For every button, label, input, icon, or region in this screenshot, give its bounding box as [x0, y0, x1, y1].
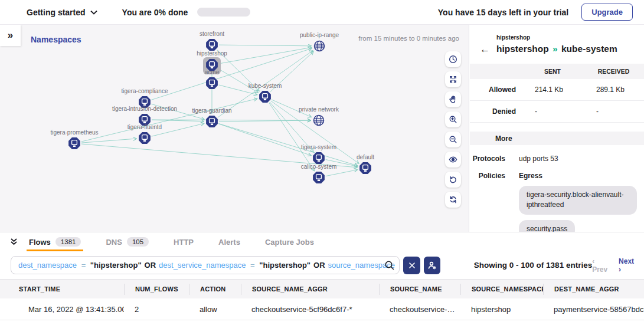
user-settings-button[interactable]	[424, 257, 440, 274]
edge-detail-panel: hipstershop ← hipstershop » kube-system …	[470, 25, 644, 232]
cell-source_name_aggr: checkoutservice-5cf96dc6f7-*	[241, 305, 379, 314]
cell-start_time: Mar 16, 2022 @ 13:41:35.000	[0, 305, 124, 314]
tab-count-badge: 1381	[55, 237, 81, 247]
column-header-action[interactable]: ACTION	[189, 284, 241, 295]
query-token-bool: OR	[310, 261, 328, 270]
svg-text:tigera-fluentd: tigera-fluentd	[128, 124, 162, 130]
svg-text:public-ip-range: public-ip-range	[300, 32, 339, 38]
graph-node-tigera-compliance[interactable]: tigera-compliance	[122, 88, 168, 108]
denied-row: Denied - -	[470, 101, 644, 123]
trial-days-text: You have 15 days left in your trial	[438, 8, 568, 17]
panel-title: hipstershop » kube-system	[496, 44, 617, 54]
graph-node-tigera-fluentd[interactable]: tigera-fluentd	[128, 124, 162, 144]
query-token-value: "hipstershop"	[88, 261, 141, 270]
prev-page-button[interactable]: ‹ Prev	[592, 257, 610, 274]
query-token-value: "hipstershop"	[257, 261, 310, 270]
svg-text:calico-system: calico-system	[301, 163, 337, 170]
panel-eyebrow: hipstershop	[496, 34, 530, 41]
tab-dns[interactable]: DNS105	[103, 232, 151, 251]
svg-text:tigera-compliance: tigera-compliance	[122, 88, 168, 94]
policies-row: Policies Egress	[470, 172, 644, 180]
clear-query-button[interactable]	[403, 257, 420, 274]
history-clock-icon[interactable]	[445, 51, 461, 67]
back-arrow-icon[interactable]: ←	[480, 44, 490, 54]
graph-toolbar	[445, 51, 461, 208]
sidebar-expand-button[interactable]: »	[0, 25, 21, 46]
flows-section: Flows1381DNS105HTTPAlertsCapture Jobs de…	[0, 232, 644, 325]
refresh-icon[interactable]	[445, 192, 461, 208]
tab-http[interactable]: HTTP	[171, 232, 196, 251]
egress-label: Egress	[519, 172, 644, 180]
getting-started-menu[interactable]: Getting started	[27, 8, 97, 17]
graph-node-tigera-intrusion-detection[interactable]: tigera-intrusion-detection	[112, 106, 177, 126]
column-header-dest_name_aggr[interactable]: DEST_NAME_AGGR	[543, 284, 644, 295]
more-section-header: More	[470, 132, 644, 145]
allowed-row: Allowed 214.1 Kb 289.1 Kb	[470, 79, 644, 101]
tab-flows[interactable]: Flows1381	[27, 232, 83, 251]
graph-node-default[interactable]: default	[357, 154, 374, 174]
pan-hand-icon[interactable]	[445, 91, 461, 107]
col-received: RECEIVED	[583, 68, 644, 75]
tab-label: HTTP	[174, 238, 194, 247]
flow-direction-icon: »	[551, 44, 559, 54]
upgrade-button[interactable]: Upgrade	[581, 4, 633, 21]
tab-capture-jobs[interactable]: Capture Jobs	[263, 232, 316, 251]
progress-label: You are 0% done	[122, 8, 188, 17]
close-icon	[408, 262, 416, 269]
search-row: dest_namespace = "hipstershop"ORdest_ser…	[0, 251, 644, 279]
column-header-source_namespace[interactable]: SOURCE_NAMESPACE	[460, 284, 543, 295]
column-header-source_name_aggr[interactable]: SOURCE_NAME_AGGR	[241, 284, 379, 295]
graph-title: Namespaces	[31, 35, 81, 44]
visibility-eye-icon[interactable]	[445, 152, 461, 168]
tab-alerts[interactable]: Alerts	[216, 232, 243, 251]
column-header-start_time[interactable]: START_TIME	[0, 284, 124, 295]
zoom-in-icon[interactable]	[445, 111, 461, 127]
tab-label: Capture Jobs	[265, 238, 314, 247]
search-icon[interactable]	[384, 260, 395, 273]
cell-num_flows: 2	[124, 305, 189, 314]
title-source: hipstershop	[496, 44, 549, 54]
query-token-field: dest_namespace	[18, 261, 79, 270]
query-token-op: =	[79, 261, 89, 270]
title-dest: kube-system	[561, 44, 617, 54]
namespace-graph-canvas[interactable]: storefront public-ip-range hipstershop a…	[0, 25, 469, 232]
tab-label: Flows	[29, 238, 51, 247]
policy-pill[interactable]: tigera-security.block-alienvault-ipthrea…	[519, 186, 637, 215]
query-token-op: =	[397, 261, 400, 270]
undo-icon[interactable]	[445, 172, 461, 188]
query-token-field: dest_service_namespace	[159, 261, 248, 270]
svg-text:storefront: storefront	[200, 31, 224, 37]
col-sent: SENT	[522, 68, 583, 75]
svg-text:tigera-prometheus: tigera-prometheus	[50, 129, 98, 136]
policy-pill-list: tigera-security.block-alienvault-ipthrea…	[519, 186, 637, 232]
traffic-stats-table: SENT RECEIVED Allowed 214.1 Kb 289.1 Kb …	[470, 64, 644, 123]
svg-text:kube-system: kube-system	[249, 83, 282, 89]
graph-node-calico-system[interactable]: calico-system	[301, 163, 337, 183]
query-token-op: =	[248, 261, 257, 270]
graph-node-private-network[interactable]: private network	[299, 106, 339, 126]
tab-bar: Flows1381DNS105HTTPAlertsCapture Jobs	[0, 232, 644, 251]
flows-table: START_TIMENUM_FLOWSACTIONSOURCE_NAME_AGG…	[0, 279, 644, 320]
next-page-button[interactable]: Next ›	[619, 257, 637, 274]
column-header-num_flows[interactable]: NUM_FLOWS	[124, 284, 189, 295]
top-bar: Getting started You are 0% done You have…	[0, 0, 644, 25]
column-header-source_name[interactable]: SOURCE_NAME	[379, 284, 460, 295]
graph-node-storefront[interactable]: storefront	[200, 31, 224, 51]
tab-label: DNS	[106, 238, 122, 247]
tab-count-badge: 105	[127, 237, 149, 247]
table-row[interactable]: Mar 16, 2022 @ 13:41:35.0002allowcheckou…	[0, 298, 644, 320]
fit-screen-icon[interactable]	[445, 71, 461, 87]
svg-text:acme: acme	[205, 69, 220, 75]
time-range-label: from 15 minutes to 0 minutes ago	[358, 35, 459, 42]
chevron-down-icon	[90, 10, 97, 15]
collapse-tabs-button[interactable]	[9, 238, 25, 246]
query-search-input[interactable]: dest_namespace = "hipstershop"ORdest_ser…	[11, 256, 400, 274]
protocols-row: Protocols udp ports 53	[470, 155, 644, 163]
svg-text:tigera-intrusion-detection: tigera-intrusion-detection	[112, 106, 177, 112]
zoom-out-icon[interactable]	[445, 132, 461, 147]
policy-pill[interactable]: security.pass	[519, 220, 575, 232]
svg-text:private network: private network	[299, 106, 339, 113]
cell-source_name: checkoutservice-…	[379, 305, 460, 314]
progress-bar	[197, 8, 250, 17]
service-graph-panel: » Namespaces from 15 minutes to 0 minute…	[0, 25, 469, 232]
